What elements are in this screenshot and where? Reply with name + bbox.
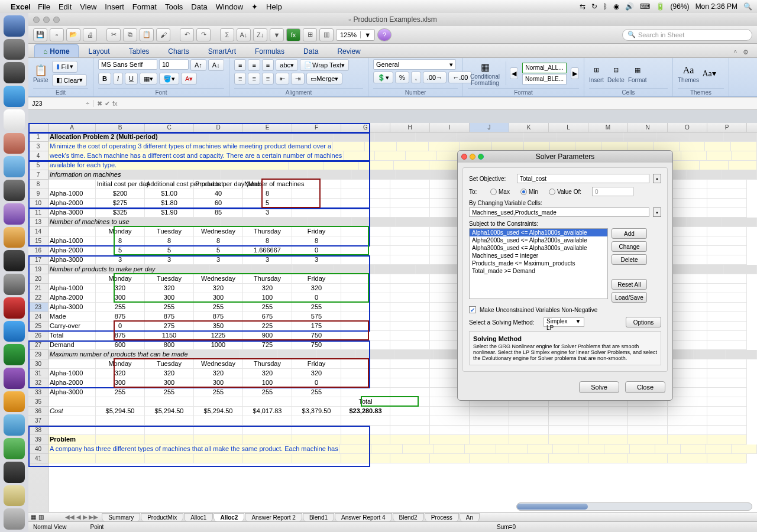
col-header-L[interactable]: L bbox=[549, 123, 588, 132]
col-header-F[interactable]: F bbox=[292, 123, 341, 132]
options-button[interactable]: Options bbox=[626, 317, 661, 327]
new-button[interactable]: ▫ bbox=[50, 28, 64, 41]
increase-decimal-button[interactable]: .00→ bbox=[423, 72, 447, 83]
volume-icon[interactable]: 🔊 bbox=[625, 2, 634, 11]
dialog-close-icon[interactable] bbox=[461, 154, 467, 160]
dock-item[interactable] bbox=[4, 156, 25, 177]
col-header-H[interactable]: H bbox=[390, 123, 430, 132]
style-normal-all[interactable]: Normal_ALL... bbox=[522, 63, 567, 73]
filter-button[interactable]: ▼ bbox=[270, 28, 284, 41]
row-header-1[interactable]: 1 bbox=[28, 132, 48, 142]
decrease-indent-button[interactable]: ⇤ bbox=[276, 73, 289, 85]
input-icon[interactable]: ⌨ bbox=[640, 2, 650, 11]
fx-toggle-button[interactable]: fx bbox=[286, 28, 300, 41]
fx-icon[interactable]: fx bbox=[112, 100, 118, 108]
autosum-button[interactable]: Σ bbox=[220, 28, 234, 41]
shrink-font-button[interactable]: A↓ bbox=[208, 59, 224, 71]
enter-formula-icon[interactable]: ✔ bbox=[105, 100, 110, 108]
select-all-corner[interactable] bbox=[28, 123, 48, 132]
radio-max[interactable]: Max bbox=[490, 189, 510, 195]
row-header-33[interactable]: 33 bbox=[28, 388, 48, 397]
sort-desc-button[interactable]: Z↓ bbox=[253, 28, 267, 41]
solving-method-combo[interactable]: Simplex LP▼ bbox=[544, 317, 584, 327]
col-header-N[interactable]: N bbox=[628, 123, 668, 132]
tab-layout[interactable]: Layout bbox=[80, 44, 119, 57]
menu-window[interactable]: Window bbox=[216, 2, 243, 11]
print-button[interactable]: 🖨 bbox=[83, 28, 97, 41]
dock-item[interactable] bbox=[4, 321, 25, 342]
delete-constraint-button[interactable]: Delete bbox=[612, 254, 647, 265]
sheet-nav[interactable]: ◀◀ ◀ ▶ ▶▶ bbox=[62, 514, 102, 520]
fill-button[interactable]: ▮Fill ▾ bbox=[52, 61, 77, 73]
clock[interactable]: Mon 2:36 PM bbox=[695, 2, 737, 11]
view-normal-icon[interactable]: ▦ bbox=[31, 514, 36, 520]
tab-smartart[interactable]: SmartArt bbox=[199, 44, 245, 57]
dock-item[interactable] bbox=[4, 368, 25, 389]
row-header-23[interactable]: 23 bbox=[28, 303, 48, 312]
battery-icon[interactable]: 🔋 bbox=[656, 2, 665, 11]
themes-icon[interactable]: Aa bbox=[682, 64, 695, 77]
col-header-A[interactable]: A bbox=[48, 123, 96, 132]
col-header-G[interactable]: G bbox=[341, 123, 390, 132]
row-header-20[interactable]: 20 bbox=[28, 274, 48, 284]
font-color-button[interactable]: A▾ bbox=[181, 73, 197, 85]
format-painter-button[interactable]: 🖌 bbox=[156, 28, 170, 41]
dock-item[interactable] bbox=[4, 227, 25, 248]
col-header-J[interactable]: J bbox=[470, 123, 509, 132]
dock-item[interactable] bbox=[4, 462, 25, 483]
zoom-window-button[interactable] bbox=[53, 17, 60, 23]
row-header-15[interactable]: 15 bbox=[28, 236, 48, 246]
open-button[interactable]: 📂 bbox=[66, 28, 80, 41]
font-size-combo[interactable]: 10 bbox=[159, 59, 189, 70]
menu-format[interactable]: Format bbox=[132, 2, 157, 11]
minimize-window-button[interactable] bbox=[43, 17, 50, 23]
nonneg-checkbox[interactable]: ✔ bbox=[469, 306, 476, 313]
close-window-button[interactable] bbox=[33, 17, 40, 23]
dock-item[interactable] bbox=[4, 297, 25, 319]
constraint-item[interactable]: Alpha3000s_used <= Alpha3000s_available bbox=[470, 244, 607, 252]
theme-fonts-icon[interactable]: Aa▾ bbox=[703, 67, 716, 80]
row-header-32[interactable]: 32 bbox=[28, 378, 48, 388]
row-header-7[interactable]: 7 bbox=[28, 170, 48, 180]
show-media-button[interactable]: ▥ bbox=[319, 28, 334, 41]
objective-picker-icon[interactable]: ▪ bbox=[653, 174, 661, 183]
constraint-item[interactable]: Alpha1000s_used <= Alpha1000s_available bbox=[470, 229, 607, 236]
dock-item[interactable] bbox=[4, 414, 25, 436]
row-header-24[interactable]: 24 bbox=[28, 312, 48, 322]
dock-item[interactable] bbox=[4, 180, 25, 201]
cancel-formula-icon[interactable]: ✖ bbox=[97, 100, 102, 108]
sheet-tab-answer-report-4[interactable]: Answer Report 4 bbox=[335, 513, 392, 521]
dock-item[interactable] bbox=[4, 109, 25, 131]
row-header-26[interactable]: 26 bbox=[28, 331, 48, 340]
align-middle-button[interactable]: ≡ bbox=[248, 59, 260, 71]
tab-data[interactable]: Data bbox=[295, 44, 327, 57]
dock-item[interactable] bbox=[4, 86, 25, 107]
dock-item[interactable] bbox=[4, 391, 25, 413]
constraint-item[interactable]: Products_made <= Maximum_products bbox=[470, 259, 607, 267]
search-in-sheet[interactable]: 🔍 Search in Sheet bbox=[622, 29, 752, 41]
set-objective-input[interactable] bbox=[517, 174, 649, 183]
sheet-tab-alloc2[interactable]: Alloc2 bbox=[213, 513, 244, 521]
changing-picker-icon[interactable]: ▪ bbox=[653, 207, 661, 217]
grow-font-button[interactable]: A↑ bbox=[190, 59, 206, 71]
col-header-B[interactable]: B bbox=[96, 123, 145, 132]
paste-button[interactable]: 📋 bbox=[140, 28, 154, 41]
dock-item[interactable] bbox=[4, 250, 25, 271]
align-left-button[interactable]: ≡ bbox=[234, 73, 246, 85]
align-right-button[interactable]: ≡ bbox=[262, 73, 274, 85]
row-header-29[interactable]: 29 bbox=[28, 350, 48, 359]
menu-data[interactable]: Data bbox=[191, 2, 207, 11]
constraints-listbox[interactable]: Alpha1000s_used <= Alpha1000s_availableA… bbox=[469, 228, 608, 299]
save-button[interactable]: 💾 bbox=[33, 28, 47, 41]
row-header-38[interactable]: 38 bbox=[28, 426, 48, 435]
row-header-30[interactable]: 30 bbox=[28, 359, 48, 369]
constraint-item[interactable]: Machines_used = integer bbox=[470, 252, 607, 259]
sheet-tab-answer-report-2[interactable]: Answer Report 2 bbox=[245, 513, 302, 521]
change-constraint-button[interactable]: Change bbox=[612, 241, 647, 252]
sort-asc-button[interactable]: A↓ bbox=[237, 28, 251, 41]
sheet-tab-process[interactable]: Process bbox=[425, 513, 459, 521]
row-header-8[interactable]: 8 bbox=[28, 180, 48, 189]
dock-item[interactable] bbox=[4, 62, 25, 83]
dock-item[interactable] bbox=[4, 344, 25, 365]
row-header-4[interactable]: 4 bbox=[28, 151, 48, 161]
